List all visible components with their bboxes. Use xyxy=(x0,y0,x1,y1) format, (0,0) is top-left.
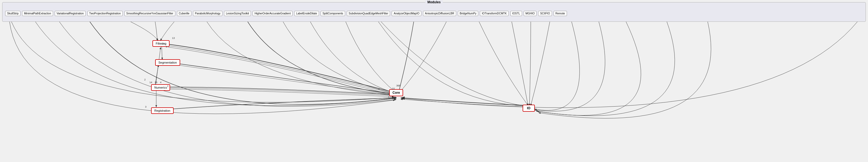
module-iotransformdcmtk[interactable]: IOTransformDCMTK xyxy=(480,11,508,16)
edge-label-1: 1 xyxy=(378,88,380,90)
module-analyzeobjectmapio[interactable]: AnalyzeObjectMapIO xyxy=(392,11,421,16)
modules-container: Modules SkullStrip MinimalPathExtraction… xyxy=(2,2,866,22)
module-labelerodedilate[interactable]: LabelErodeDilate xyxy=(294,11,319,16)
edge-label-20: 20 xyxy=(162,42,164,45)
core-node[interactable]: Core xyxy=(389,89,403,96)
module-nodes-list: SkullStrip MinimalPathExtraction Variati… xyxy=(2,2,866,22)
edge-label-3: 3 xyxy=(145,105,147,108)
edge-label-16: 16 xyxy=(155,81,157,84)
module-skullstrip[interactable]: SkullStrip xyxy=(5,11,21,16)
module-anisotropicdiffusion[interactable]: AnisotropicDiffusionLBR xyxy=(423,11,456,16)
edge-label-8: 8 xyxy=(535,108,537,111)
segmentation-node[interactable]: Segmentation xyxy=(155,59,180,66)
modules-title: Modules xyxy=(425,0,443,4)
module-twoprojectionregistration[interactable]: TwoProjectionRegistration xyxy=(87,11,123,16)
edge-label-10: 10 xyxy=(392,87,395,90)
edge-label-2a: 2 xyxy=(144,78,146,81)
module-cuberille[interactable]: Cuberille xyxy=(177,11,191,16)
module-lesionsizingtoolkit[interactable]: LesionSizingToolkit xyxy=(224,11,251,16)
edge-label-14: 14 xyxy=(149,81,152,84)
registration-node[interactable]: Registration xyxy=(151,107,174,114)
edge-label-7: 7 xyxy=(388,96,389,98)
module-parabolicmorphology[interactable]: ParabolicMorphology xyxy=(193,11,222,16)
module-remote[interactable]: Remote xyxy=(554,11,567,16)
module-higherorderaccurategradient[interactable]: HigherOrderAccurateGradient xyxy=(253,11,292,16)
module-splitcomponents[interactable]: SplitComponents xyxy=(321,11,345,16)
io-node[interactable]: IO xyxy=(523,105,535,112)
module-mghio[interactable]: MGHIO xyxy=(524,11,537,16)
module-subdivisionquadedge[interactable]: SubdivisionQuadEdgeMeshFilter xyxy=(347,11,390,16)
edge-label-4a: 4 xyxy=(166,45,167,48)
module-variationalregistration[interactable]: VariationalRegistration xyxy=(55,11,86,16)
module-iostl[interactable]: IOSTL xyxy=(510,11,522,16)
edge-label-2c: 2 xyxy=(527,103,528,105)
edge-label-2b: 2 xyxy=(167,85,168,88)
edge-label-13: 13 xyxy=(172,37,175,39)
edge-label-368: 368 xyxy=(396,84,400,87)
module-minimalpathextraction[interactable]: MinimalPathExtraction xyxy=(22,11,53,16)
module-smoothingrecursive[interactable]: SmoothingRecursiveYvvGaussianFilter xyxy=(124,11,175,16)
edge-label-4b: 4 xyxy=(160,81,161,84)
module-bridgenumpy[interactable]: BridgeNumPy xyxy=(458,11,478,16)
module-sciifio[interactable]: SCIIFIO xyxy=(538,11,552,16)
arrows-svg xyxy=(0,0,868,162)
